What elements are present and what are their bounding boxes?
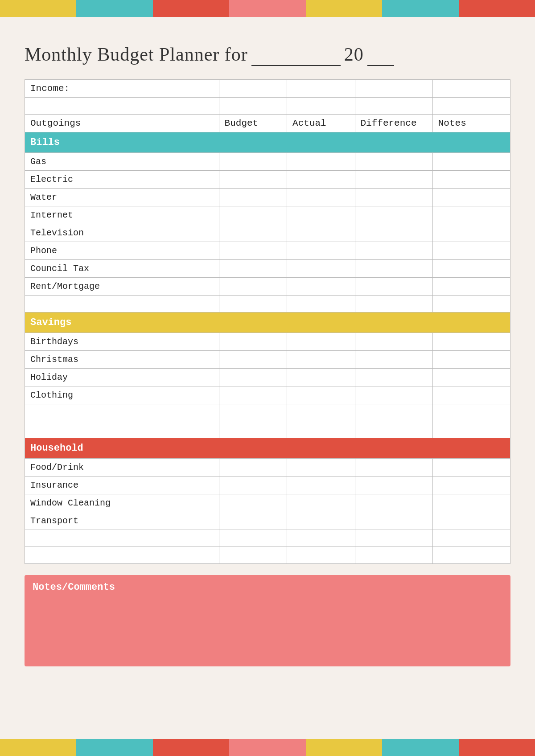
television-actual[interactable] — [287, 224, 355, 242]
budget-table: Income: Outgoings Budget Actual Differen… — [25, 79, 510, 564]
food-drink-notes[interactable] — [432, 459, 510, 477]
household-section-header: Household — [25, 438, 510, 459]
gas-notes[interactable] — [432, 153, 510, 171]
title-area: Monthly Budget Planner for 20 — [25, 44, 510, 66]
food-drink-budget[interactable] — [219, 459, 287, 477]
internet-budget[interactable] — [219, 206, 287, 224]
christmas-actual[interactable] — [287, 351, 355, 369]
food-drink-diff[interactable] — [355, 459, 432, 477]
transport-budget[interactable] — [219, 512, 287, 530]
title-year-prefix: 20 — [344, 44, 364, 65]
clothing-actual[interactable] — [287, 386, 355, 404]
notes-body[interactable] — [33, 597, 502, 660]
christmas-notes[interactable] — [432, 351, 510, 369]
outgoings-label: Outgoings — [25, 115, 219, 132]
table-row: Rent/Mortgage — [25, 278, 510, 296]
electric-actual[interactable] — [287, 171, 355, 189]
food-drink-actual[interactable] — [287, 459, 355, 477]
table-row: Christmas — [25, 351, 510, 369]
internet-actual[interactable] — [287, 206, 355, 224]
television-diff[interactable] — [355, 224, 432, 242]
clothing-diff[interactable] — [355, 386, 432, 404]
phone-diff[interactable] — [355, 242, 432, 260]
title-prefix: Monthly Budget Planner for — [25, 44, 248, 65]
title-month-line[interactable] — [251, 44, 341, 66]
holiday-notes[interactable] — [432, 369, 510, 386]
phone-notes[interactable] — [432, 242, 510, 260]
rent-mortgage-actual[interactable] — [287, 278, 355, 296]
water-diff[interactable] — [355, 189, 432, 206]
clothing-budget[interactable] — [219, 386, 287, 404]
window-cleaning-diff[interactable] — [355, 494, 432, 512]
birthdays-label: Birthdays — [25, 333, 219, 351]
income-actual-cell[interactable] — [287, 80, 355, 98]
transport-diff[interactable] — [355, 512, 432, 530]
insurance-diff[interactable] — [355, 477, 432, 494]
banner-block-red2 — [459, 0, 535, 17]
water-budget[interactable] — [219, 189, 287, 206]
bottom-banner-block-yellow1 — [0, 739, 76, 756]
income-diff-cell[interactable] — [355, 80, 432, 98]
birthdays-diff[interactable] — [355, 333, 432, 351]
title-year-line[interactable] — [367, 44, 394, 66]
top-banner — [0, 0, 535, 17]
insurance-notes[interactable] — [432, 477, 510, 494]
notes-col-header: Notes — [432, 115, 510, 132]
electric-notes[interactable] — [432, 171, 510, 189]
council-tax-label: Council Tax — [25, 260, 219, 278]
television-notes[interactable] — [432, 224, 510, 242]
water-notes[interactable] — [432, 189, 510, 206]
holiday-diff[interactable] — [355, 369, 432, 386]
window-cleaning-actual[interactable] — [287, 494, 355, 512]
holiday-actual[interactable] — [287, 369, 355, 386]
internet-notes[interactable] — [432, 206, 510, 224]
gas-budget[interactable] — [219, 153, 287, 171]
table-row: Holiday — [25, 369, 510, 386]
council-tax-notes[interactable] — [432, 260, 510, 278]
household-label: Household — [25, 438, 510, 459]
phone-label: Phone — [25, 242, 219, 260]
water-actual[interactable] — [287, 189, 355, 206]
council-tax-budget[interactable] — [219, 260, 287, 278]
window-cleaning-budget[interactable] — [219, 494, 287, 512]
table-row: Food/Drink — [25, 459, 510, 477]
council-tax-actual[interactable] — [287, 260, 355, 278]
christmas-diff[interactable] — [355, 351, 432, 369]
rent-mortgage-diff[interactable] — [355, 278, 432, 296]
banner-block-teal2 — [382, 0, 458, 17]
income-budget-cell[interactable] — [219, 80, 287, 98]
insurance-actual[interactable] — [287, 477, 355, 494]
rent-mortgage-notes[interactable] — [432, 278, 510, 296]
clothing-notes[interactable] — [432, 386, 510, 404]
electric-label: Electric — [25, 171, 219, 189]
income-notes-cell[interactable] — [432, 80, 510, 98]
holiday-label: Holiday — [25, 369, 219, 386]
rent-mortgage-budget[interactable] — [219, 278, 287, 296]
electric-diff[interactable] — [355, 171, 432, 189]
insurance-budget[interactable] — [219, 477, 287, 494]
television-budget[interactable] — [219, 224, 287, 242]
council-tax-diff[interactable] — [355, 260, 432, 278]
birthdays-notes[interactable] — [432, 333, 510, 351]
bottom-banner-block-red2 — [459, 739, 535, 756]
birthdays-actual[interactable] — [287, 333, 355, 351]
actual-col-header: Actual — [287, 115, 355, 132]
clothing-label: Clothing — [25, 386, 219, 404]
christmas-budget[interactable] — [219, 351, 287, 369]
holiday-budget[interactable] — [219, 369, 287, 386]
transport-notes[interactable] — [432, 512, 510, 530]
gas-actual[interactable] — [287, 153, 355, 171]
electric-budget[interactable] — [219, 171, 287, 189]
gas-diff[interactable] — [355, 153, 432, 171]
savings-section-header: Savings — [25, 312, 510, 333]
banner-block-teal1 — [76, 0, 152, 17]
birthdays-budget[interactable] — [219, 333, 287, 351]
transport-actual[interactable] — [287, 512, 355, 530]
window-cleaning-notes[interactable] — [432, 494, 510, 512]
phone-budget[interactable] — [219, 242, 287, 260]
notes-title: Notes/Comments — [33, 582, 502, 593]
phone-actual[interactable] — [287, 242, 355, 260]
bottom-banner-block-teal1 — [76, 739, 152, 756]
internet-diff[interactable] — [355, 206, 432, 224]
empty-row-6 — [25, 547, 510, 564]
